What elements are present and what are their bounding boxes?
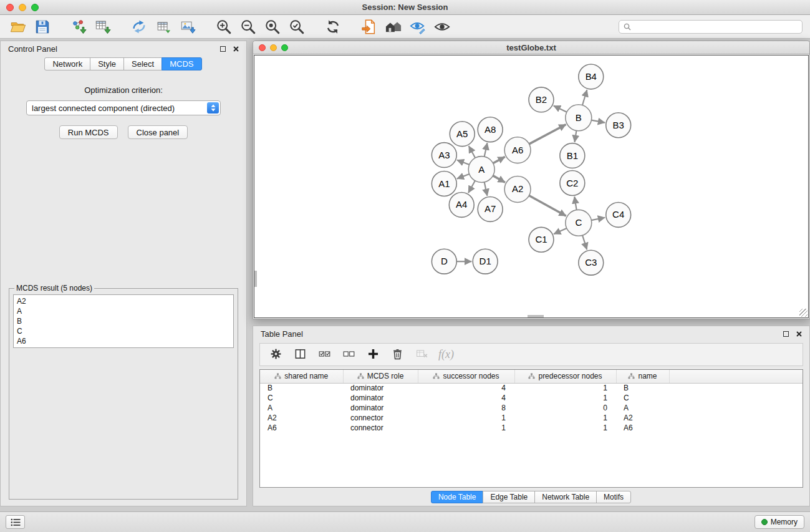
graph-edge-B-B2[interactable] [554, 105, 567, 112]
delete-table-button[interactable] [411, 345, 433, 364]
unselect-all-button[interactable] [338, 345, 360, 364]
edit-view-button[interactable] [407, 17, 428, 37]
cell-MCDS-role[interactable]: dominator [343, 383, 418, 393]
table-row[interactable]: A6connector11A6 [260, 423, 803, 433]
show-view-button[interactable] [432, 17, 453, 37]
column-header-successor-nodes[interactable]: successor nodes [418, 370, 514, 383]
cell-MCDS-role[interactable]: dominator [343, 403, 418, 413]
graph-edge-A-A5[interactable] [469, 146, 475, 158]
cell-successor-nodes[interactable]: 4 [418, 383, 514, 393]
table-row[interactable]: Cdominator41C [260, 393, 803, 403]
float-panel-icon[interactable] [220, 46, 226, 52]
graph-edge-A-A2[interactable] [493, 176, 505, 183]
mcds-result-item[interactable]: A2 [14, 296, 233, 306]
mcds-result-item[interactable]: A6 [14, 336, 233, 346]
zoom-selected-button[interactable] [286, 17, 307, 37]
cell-MCDS-role[interactable]: connector [343, 413, 418, 423]
window-titlebar[interactable]: Session: New Session [0, 0, 810, 15]
cell-MCDS-role[interactable]: connector [343, 423, 418, 433]
graph-node-C[interactable]: C [566, 210, 592, 236]
home-button[interactable] [383, 17, 404, 37]
resize-grip[interactable] [799, 309, 808, 317]
file-transfer-button[interactable] [359, 17, 380, 37]
cell-predecessor-nodes[interactable]: 1 [514, 393, 616, 403]
mcds-result-item[interactable]: B [14, 316, 233, 326]
import-table-button[interactable] [92, 17, 113, 37]
table-row[interactable]: Adominator80A [260, 403, 803, 413]
graph-node-B3[interactable]: B3 [606, 113, 631, 138]
column-header-name[interactable]: name [616, 370, 669, 383]
cell-name[interactable]: A6 [616, 423, 669, 433]
criterion-dropdown[interactable]: largest connected component (directed) [26, 100, 221, 115]
network-window-titlebar[interactable]: testGlobe.txt [253, 41, 809, 54]
add-column-button[interactable] [362, 345, 384, 364]
import-network-button[interactable] [68, 17, 89, 37]
show-columns-button[interactable] [289, 345, 311, 364]
cell-shared-name[interactable]: A [260, 403, 343, 413]
zoom-fit-button[interactable] [262, 17, 283, 37]
table-tab-edge-table[interactable]: Edge Table [483, 491, 535, 503]
graph-edge-A-A3[interactable] [457, 160, 470, 165]
cell-name[interactable]: A [616, 403, 669, 413]
cell-name[interactable]: C [616, 393, 669, 403]
close-panel-icon[interactable] [233, 46, 239, 52]
graph-edge-B-B3[interactable] [591, 120, 605, 123]
graph-edge-B-B4[interactable] [582, 90, 587, 105]
graph-edge-C-C3[interactable] [582, 235, 587, 249]
horizontal-scrollbar[interactable] [528, 315, 544, 317]
table-settings-button[interactable] [265, 345, 287, 364]
graph-node-D[interactable]: D [432, 249, 456, 274]
network-graph[interactable]: AA1A2A3A4A5A6A7A8BB1B2B3B4CC1C2C3C4DD1 [254, 56, 808, 317]
control-tab-mcds[interactable]: MCDS [162, 57, 201, 70]
export-image-button[interactable] [177, 17, 198, 37]
graph-edge-C-C2[interactable] [574, 196, 576, 210]
graph-node-D1[interactable]: D1 [473, 249, 498, 274]
maximize-window-button[interactable] [31, 4, 39, 11]
mcds-result-item[interactable]: C [14, 326, 233, 336]
table-tab-node-table[interactable]: Node Table [431, 491, 484, 503]
graph-node-A8[interactable]: A8 [478, 117, 503, 142]
search-input[interactable] [634, 22, 798, 31]
graph-edge-A6-B[interactable] [529, 125, 566, 144]
apply-layout-button[interactable] [322, 17, 344, 37]
open-session-button[interactable] [7, 17, 29, 37]
cell-name[interactable]: B [616, 383, 669, 393]
float-table-panel-icon[interactable] [783, 331, 789, 337]
panel-menu-button[interactable] [6, 515, 25, 529]
graph-node-A[interactable]: A [468, 157, 494, 183]
graph-edge-C-C4[interactable] [591, 218, 605, 220]
graph-node-C1[interactable]: C1 [529, 227, 554, 252]
function-builder-button[interactable]: f(x) [435, 345, 457, 364]
graph-edge-A-A1[interactable] [457, 174, 470, 179]
control-tab-select[interactable]: Select [123, 57, 162, 70]
control-tab-network[interactable]: Network [44, 57, 90, 70]
graph-edge-C-C1[interactable] [554, 228, 567, 234]
graph-node-B4[interactable]: B4 [579, 64, 604, 89]
graph-node-A5[interactable]: A5 [450, 122, 475, 147]
network-close-button[interactable] [259, 44, 266, 51]
column-header-predecessor-nodes[interactable]: predecessor nodes [514, 370, 616, 383]
mcds-result-list[interactable]: A2ABCA6 [13, 294, 234, 348]
cell-shared-name[interactable]: A2 [260, 413, 343, 423]
graph-node-B1[interactable]: B1 [560, 143, 585, 168]
table-tab-network-table[interactable]: Network Table [534, 491, 597, 503]
run-mcds-button[interactable]: Run MCDS [59, 125, 118, 139]
cell-name[interactable]: A2 [616, 413, 669, 423]
control-tab-style[interactable]: Style [90, 57, 124, 70]
export-network-button[interactable] [128, 17, 150, 37]
zoom-out-button[interactable] [238, 17, 259, 37]
export-table-button[interactable] [153, 17, 174, 37]
network-minimize-button[interactable] [270, 44, 277, 51]
graph-node-A7[interactable]: A7 [478, 196, 503, 221]
graph-node-B[interactable]: B [566, 105, 592, 131]
table-tab-motifs[interactable]: Motifs [596, 491, 631, 503]
cell-MCDS-role[interactable]: dominator [343, 393, 418, 403]
cell-successor-nodes[interactable]: 1 [418, 413, 514, 423]
delete-column-button[interactable] [387, 345, 408, 364]
minimize-window-button[interactable] [19, 4, 26, 11]
close-table-panel-icon[interactable] [796, 331, 802, 337]
graph-edge-A-A4[interactable] [468, 181, 475, 193]
cell-shared-name[interactable]: C [260, 393, 343, 403]
cell-predecessor-nodes[interactable]: 1 [514, 423, 616, 433]
graph-node-A2[interactable]: A2 [504, 177, 531, 203]
